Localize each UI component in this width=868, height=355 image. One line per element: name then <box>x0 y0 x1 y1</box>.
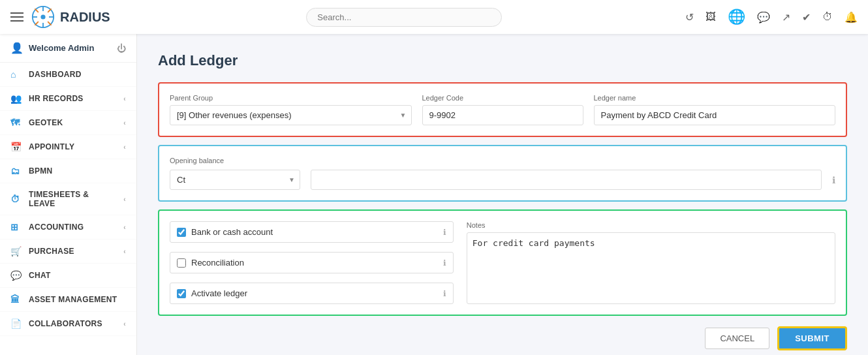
sidebar-item-label: CHAT <box>29 271 126 280</box>
chat-icon: 💬 <box>10 270 22 281</box>
notes-textarea[interactable]: For credit card payments <box>467 232 835 304</box>
chevron-icon: ‹ <box>123 320 126 328</box>
sidebar-item-label: GEOTEK <box>29 118 117 127</box>
user-info: 👤 Welcome Admin <box>10 42 94 54</box>
cart-icon: 🛒 <box>10 246 22 256</box>
reconciliation-label[interactable]: Reconciliation <box>191 258 438 268</box>
section-checkboxes-notes: Bank or cash account ℹ Reconciliation ℹ … <box>158 209 847 316</box>
sidebar-item-asset-management[interactable]: 🏛 ASSET MANAGEMENT <box>0 288 136 312</box>
sidebar-item-accounting[interactable]: ⊞ ACCOUNTING ‹ <box>0 215 136 239</box>
sidebar-item-geotek[interactable]: 🗺 GEOTEK ‹ <box>0 111 136 135</box>
submit-button[interactable]: SUBMIT <box>777 326 847 350</box>
ledger-code-field: Ledger Code <box>422 94 583 125</box>
chevron-icon: ‹ <box>123 95 126 102</box>
chevron-icon: ‹ <box>123 119 126 127</box>
ledger-code-label: Ledger Code <box>422 94 583 102</box>
chevron-icon: ‹ <box>123 196 126 203</box>
sidebar: 👤 Welcome Admin ⏻ ⌂ DASHBOARD 👥 HR RECOR… <box>0 34 137 355</box>
app-logo: RADIUS <box>31 5 110 29</box>
file-icon: 📄 <box>10 318 22 329</box>
ledger-name-label: Ledger name <box>594 94 836 102</box>
chat-bubble-icon[interactable]: 💬 <box>757 11 770 23</box>
page-title: Add Ledger <box>158 52 847 69</box>
home-icon: ⌂ <box>10 69 22 80</box>
user-icon: 👤 <box>10 42 23 54</box>
globe-icon[interactable]: 🌐 <box>728 8 745 25</box>
info-icon[interactable]: ℹ <box>443 228 446 237</box>
flow-icon: 🗂 <box>10 166 22 176</box>
users-icon: 👥 <box>10 93 22 104</box>
activate-ledger-checkbox[interactable] <box>177 289 186 298</box>
sidebar-item-label: APPOINTLY <box>29 142 117 151</box>
bank-cash-label[interactable]: Bank or cash account <box>191 227 438 237</box>
notes-label: Notes <box>467 221 835 229</box>
chevron-icon: ‹ <box>123 248 126 255</box>
sidebar-item-dashboard[interactable]: ⌂ DASHBOARD <box>0 63 136 87</box>
image-icon[interactable]: 🖼 <box>705 11 716 23</box>
sidebar-item-timesheets[interactable]: ⏱ TIMESHEETS & LEAVE ‹ <box>0 183 136 215</box>
hamburger-menu[interactable] <box>10 12 23 22</box>
clock-icon[interactable]: ⏱ <box>822 11 833 23</box>
sidebar-item-collaborators[interactable]: 📄 COLLABORATORS ‹ <box>0 312 136 336</box>
clock-icon: ⏱ <box>10 194 22 204</box>
main-content: Add Ledger Parent Group [9] Other revenu… <box>137 34 868 355</box>
undo-icon[interactable]: ↺ <box>685 11 694 23</box>
sidebar-item-label: COLLABORATORS <box>29 319 117 328</box>
power-icon[interactable]: ⏻ <box>117 43 126 54</box>
chevron-icon: ‹ <box>123 144 126 151</box>
logo-text: RADIUS <box>60 10 110 25</box>
sidebar-item-label: BPMN <box>29 166 126 176</box>
sidebar-item-label: HR RECORDS <box>29 94 117 103</box>
calendar-icon: 📅 <box>10 142 22 152</box>
share-icon[interactable]: ↗ <box>782 11 790 23</box>
map-icon: 🗺 <box>10 117 22 128</box>
building-icon: 🏛 <box>10 294 22 305</box>
sidebar-item-label: ACCOUNTING <box>29 223 117 232</box>
section-parent-group: Parent Group [9] Other revenues (expense… <box>158 82 847 137</box>
info-icon[interactable]: ℹ <box>832 175 835 185</box>
opening-balance-label: Opening balance <box>170 157 835 164</box>
bank-cash-row: Bank or cash account ℹ <box>170 221 454 243</box>
bell-icon[interactable]: 🔔 <box>845 11 858 23</box>
opening-balance-amount-input[interactable] <box>311 170 822 190</box>
check-icon[interactable]: ✔ <box>802 11 811 23</box>
top-navigation: RADIUS ↺ 🖼 🌐 💬 ↗ ✔ ⏱ 🔔 <box>0 0 868 34</box>
activate-ledger-row: Activate ledger ℹ <box>170 283 454 304</box>
notes-column: Notes For credit card payments <box>467 221 835 304</box>
parent-group-label: Parent Group <box>170 94 412 102</box>
sidebar-user-section: 👤 Welcome Admin ⏻ <box>0 34 136 63</box>
sidebar-item-label: ASSET MANAGEMENT <box>29 295 126 304</box>
user-label: Welcome Admin <box>29 43 94 53</box>
ledger-code-input[interactable] <box>422 105 583 125</box>
section-opening-balance: Opening balance Ct Dr ▼ ℹ <box>158 145 847 202</box>
parent-group-select[interactable]: [9] Other revenues (expenses) [1] Assets… <box>170 105 412 125</box>
sidebar-item-chat[interactable]: 💬 CHAT <box>0 264 136 288</box>
opening-balance-type-select[interactable]: Ct Dr <box>170 170 300 190</box>
table-icon: ⊞ <box>10 222 22 232</box>
topnav-icon-group: ↺ 🖼 🌐 💬 ↗ ✔ ⏱ 🔔 <box>685 8 858 25</box>
chevron-icon: ‹ <box>123 224 126 231</box>
parent-group-field: Parent Group [9] Other revenues (expense… <box>170 94 412 125</box>
info-icon[interactable]: ℹ <box>443 258 446 268</box>
ledger-name-field: Ledger name <box>594 94 836 125</box>
cancel-button[interactable]: CANCEL <box>705 328 769 349</box>
reconciliation-checkbox[interactable] <box>177 258 186 268</box>
ledger-name-input[interactable] <box>594 105 836 125</box>
search-container <box>123 8 685 27</box>
form-actions: CANCEL SUBMIT <box>158 326 847 350</box>
activate-ledger-label[interactable]: Activate ledger <box>191 288 438 298</box>
sidebar-nav: ⌂ DASHBOARD 👥 HR RECORDS ‹ 🗺 GEOTEK ‹ 📅 … <box>0 63 136 355</box>
sidebar-item-label: DASHBOARD <box>29 70 126 79</box>
checkboxes-column: Bank or cash account ℹ Reconciliation ℹ … <box>170 221 454 304</box>
reconciliation-row: Reconciliation ℹ <box>170 252 454 273</box>
sidebar-item-label: TIMESHEETS & LEAVE <box>29 190 117 208</box>
svg-point-1 <box>40 14 45 19</box>
info-icon[interactable]: ℹ <box>443 289 446 298</box>
sidebar-item-appointly[interactable]: 📅 APPOINTLY ‹ <box>0 135 136 159</box>
sidebar-item-hr-records[interactable]: 👥 HR RECORDS ‹ <box>0 87 136 111</box>
sidebar-item-label: PURCHASE <box>29 247 117 256</box>
search-input[interactable] <box>306 8 502 27</box>
sidebar-item-purchase[interactable]: 🛒 PURCHASE ‹ <box>0 239 136 264</box>
sidebar-item-bpmn[interactable]: 🗂 BPMN <box>0 159 136 183</box>
bank-cash-checkbox[interactable] <box>177 228 186 237</box>
